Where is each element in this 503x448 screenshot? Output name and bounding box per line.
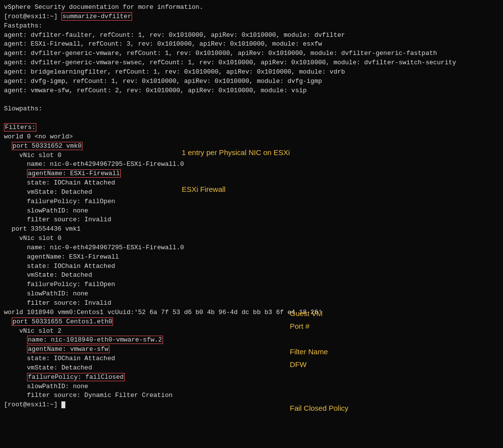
line-slowpath3: slowPathID: none (4, 382, 499, 392)
annotation-nic-per-physical: 1 entry per Physical NIC on ESXi (182, 148, 290, 157)
line-world1: world 1018940 vmm0:Centos1 vcUuid:'52 6a… (4, 308, 499, 317)
annotation-dfw: DFW (290, 360, 307, 369)
line-world0: world 0 <no world> (4, 132, 499, 142)
command-box: summarize-dvfilter (61, 12, 132, 21)
line-agent4: agent: dvfilter-generic-vmware-swsec, re… (4, 58, 499, 68)
line-agent6: agent: dvfg-igmp, refCount: 1, rev: 0x10… (4, 77, 499, 86)
line-agentname1: agentName: ESXi-Firewall (4, 169, 499, 179)
annotation-port-num: Port # (290, 322, 309, 330)
line-slowpath1: slowPathID: none (4, 207, 499, 216)
prompt: [root@esxi1:~] (4, 13, 61, 20)
line-1: vSphere Security documentation for more … (4, 3, 499, 12)
filtername-box: name: nic-1018940-eth0-vmware-sfw.2 (27, 336, 163, 344)
line-name3: name: nic-1018940-eth0-vmware-sfw.2 (4, 336, 499, 345)
port1-box: port 50331652 vmk0 (12, 142, 83, 150)
line-state3: state: IOChain Attached (4, 354, 499, 364)
line-vmstate1: vmState: Detached (4, 188, 499, 197)
line-agent3: agent: dvfilter-generic-vmware, refCount… (4, 49, 499, 58)
line-failpolicy2: failurePolicy: failOpen (4, 280, 499, 290)
annotation-esxi-firewall: ESXi Firewall (182, 185, 225, 193)
agentname1-box: agentName: ESXi-Firewall (27, 169, 121, 178)
line-filters: Filters: (4, 123, 499, 132)
line-agentname2: agentName: ESXi-Firewall (4, 253, 499, 262)
line-fastpaths: Fastpaths: (4, 22, 499, 31)
filters-box: Filters: (4, 123, 36, 132)
line-prompt-end: [root@esxi1:~] (4, 400, 499, 410)
line-agent5: agent: bridgelearningfilter, refCount: 1… (4, 68, 499, 77)
terminal-window: vSphere Security documentation for more … (0, 0, 503, 448)
line-filtersrc1: filter source: Invalid (4, 215, 499, 225)
line-vnic3: vNic slot 2 (4, 327, 499, 336)
line-agent1: agent: dvfilter-faulter, refCount: 1, re… (4, 31, 499, 40)
line-port2: port 33554436 vmk1 (4, 225, 499, 234)
line-state1: state: IOChain Attached (4, 179, 499, 188)
annotation-guest-vm: Guest VM (290, 309, 323, 317)
agentname3-box: agentName: vmware-sfw (27, 345, 110, 353)
line-agent7: agent: vmware-sfw, refCount: 2, rev: 0x1… (4, 86, 499, 96)
line-agentname3: agentName: vmware-sfw (4, 345, 499, 354)
line-slowpath2: slowPathID: none (4, 290, 499, 299)
line-vmstate2: vmState: Detached (4, 271, 499, 280)
line-2: [root@esxi1:~] summarize-dvfilter (4, 12, 499, 22)
line-blank1 (4, 95, 499, 105)
line-port3: port 50331655 Centos1.eth0 (4, 317, 499, 327)
line-vmstate3: vmState: Detached (4, 364, 499, 373)
line-state2: state: IOChain Attached (4, 262, 499, 271)
line-slowpaths: Slowpaths: (4, 105, 499, 114)
line-name1: name: nic-0-eth4294967295-ESXi-Firewall.… (4, 160, 499, 169)
failclosed-box: failurePolicy: failClosed (27, 373, 125, 381)
line-name2: name: nic-0-eth4294967295-ESXi-Firewall.… (4, 243, 499, 253)
terminal-cursor (61, 401, 65, 408)
line-filtersrc3: filter source: Dynamic Filter Creation (4, 391, 499, 400)
annotation-filter-name: Filter Name (290, 347, 328, 356)
port3-box: port 50331655 Centos1.eth0 (12, 317, 113, 326)
annotation-fail-closed: Fail Closed Policy (290, 404, 348, 412)
line-blank2 (4, 114, 499, 123)
line-failpolicy1: failurePolicy: failOpen (4, 197, 499, 207)
line-agent2: agent: ESXi-Firewall, refCount: 3, rev: … (4, 40, 499, 49)
line-vnic2: vNic slot 0 (4, 234, 499, 243)
line-failpolicy3: failurePolicy: failClosed (4, 373, 499, 382)
line-filtersrc2: filter source: Invalid (4, 299, 499, 308)
